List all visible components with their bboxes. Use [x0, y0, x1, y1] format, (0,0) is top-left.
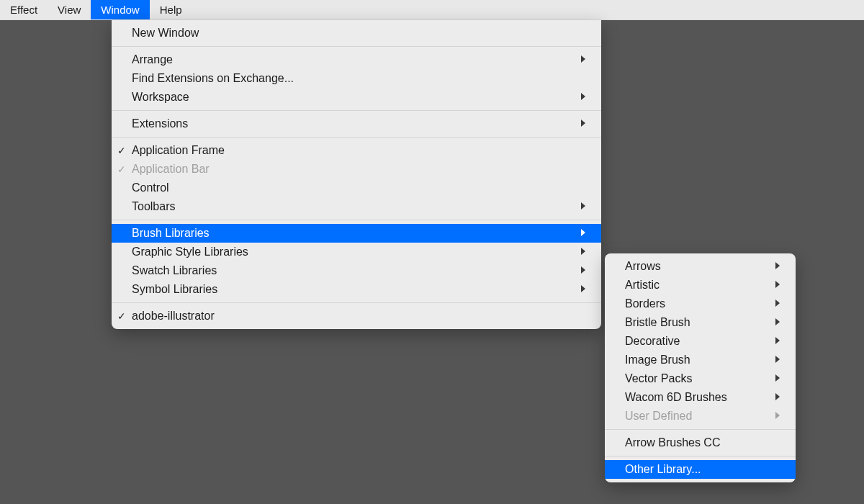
submenu-arrow-icon — [774, 260, 781, 273]
menubar-item-help[interactable]: Help — [150, 0, 192, 19]
menu-item-label: Arrows — [625, 260, 661, 273]
menu-item-label: Bristle Brush — [625, 316, 690, 329]
menu-item-label: Application Bar — [132, 163, 210, 176]
menu-separator — [605, 429, 796, 430]
checkmark-icon: ✓ — [117, 145, 126, 156]
menu-separator — [112, 46, 601, 47]
submenu-arrow-icon — [580, 200, 587, 213]
menubar-label: Window — [101, 4, 139, 16]
menu-item-label: User Defined — [625, 410, 692, 423]
submenu-arrow-icon — [774, 279, 781, 292]
submenu-arrow-icon — [774, 391, 781, 404]
menu-item-adobe-illustrator[interactable]: ✓ adobe-illustrator — [112, 307, 601, 325]
menu-item-label: Graphic Style Libraries — [132, 246, 248, 258]
submenu-arrow-icon — [580, 283, 587, 296]
submenu-arrow-icon — [580, 53, 587, 66]
submenu-item-arrow-brushes-cc[interactable]: Arrow Brushes CC — [605, 433, 796, 452]
menu-item-symbol-libraries[interactable]: Symbol Libraries — [112, 280, 601, 299]
menu-item-label: Other Library... — [625, 463, 701, 476]
menu-item-label: Arrange — [132, 53, 173, 66]
menubar-item-window[interactable]: Window — [91, 0, 149, 19]
submenu-item-artistic[interactable]: Artistic — [605, 276, 796, 294]
menu-item-label: Decorative — [625, 335, 680, 348]
menu-item-label: Workspace — [132, 91, 189, 104]
menu-item-label: Find Extensions on Exchange... — [132, 72, 294, 85]
submenu-item-vector-packs[interactable]: Vector Packs — [605, 369, 796, 388]
submenu-item-decorative[interactable]: Decorative — [605, 332, 796, 351]
menu-item-label: Extensions — [132, 117, 188, 130]
menu-item-label: Image Brush — [625, 354, 690, 366]
menu-item-label: Borders — [625, 297, 665, 310]
menu-item-extensions[interactable]: Extensions — [112, 114, 601, 133]
menubar-item-effect[interactable]: Effect — [0, 0, 48, 19]
menu-item-label: adobe-illustrator — [132, 310, 215, 323]
menu-item-application-frame[interactable]: ✓ Application Frame — [112, 141, 601, 160]
menubar-label: View — [58, 4, 81, 16]
menu-item-label: Brush Libraries — [132, 227, 210, 240]
submenu-item-arrows[interactable]: Arrows — [605, 257, 796, 276]
menu-item-label: Arrow Brushes CC — [625, 436, 720, 449]
submenu-arrow-icon — [774, 372, 781, 385]
menu-item-workspace[interactable]: Workspace — [112, 88, 601, 107]
menu-item-control[interactable]: Control — [112, 179, 601, 197]
submenu-item-borders[interactable]: Borders — [605, 294, 796, 313]
menu-separator — [112, 220, 601, 220]
submenu-arrow-icon — [774, 335, 781, 348]
menu-item-brush-libraries[interactable]: Brush Libraries — [112, 224, 601, 243]
submenu-arrow-icon — [774, 354, 781, 366]
menu-separator — [605, 456, 796, 456]
submenu-arrow-icon — [580, 246, 587, 258]
submenu-item-image-brush[interactable]: Image Brush — [605, 351, 796, 369]
submenu-arrow-icon — [774, 316, 781, 329]
menu-item-label: Toolbars — [132, 200, 175, 213]
checkmark-icon: ✓ — [117, 163, 126, 175]
submenu-arrow-icon — [580, 227, 587, 240]
menubar-item-view[interactable]: View — [48, 0, 91, 19]
menu-item-application-bar: ✓ Application Bar — [112, 160, 601, 179]
menubar: Effect View Window Help — [0, 0, 864, 20]
submenu-arrow-icon — [580, 91, 587, 104]
menu-separator — [112, 302, 601, 303]
brush-libraries-submenu: Arrows Artistic Borders Bristle Brush De… — [605, 253, 796, 482]
menu-item-arrange[interactable]: Arrange — [112, 50, 601, 69]
menu-item-label: Symbol Libraries — [132, 283, 217, 296]
checkmark-icon: ✓ — [117, 310, 126, 322]
submenu-arrow-icon — [580, 264, 587, 277]
menu-item-swatch-libraries[interactable]: Swatch Libraries — [112, 261, 601, 280]
menu-item-graphic-style-libraries[interactable]: Graphic Style Libraries — [112, 243, 601, 261]
menu-item-toolbars[interactable]: Toolbars — [112, 197, 601, 216]
menu-separator — [112, 110, 601, 111]
menu-item-label: Wacom 6D Brushes — [625, 391, 727, 404]
menu-item-label: Vector Packs — [625, 372, 692, 385]
menu-item-label: New Window — [132, 27, 199, 40]
submenu-arrow-icon — [580, 117, 587, 130]
submenu-item-wacom-6d-brushes[interactable]: Wacom 6D Brushes — [605, 388, 796, 407]
menubar-label: Help — [160, 4, 182, 16]
menu-item-find-extensions[interactable]: Find Extensions on Exchange... — [112, 69, 601, 88]
menu-item-label: Control — [132, 181, 169, 194]
menubar-label: Effect — [10, 4, 37, 16]
menu-separator — [112, 137, 601, 138]
menu-item-new-window[interactable]: New Window — [112, 24, 601, 42]
window-dropdown: New Window Arrange Find Extensions on Ex… — [112, 20, 601, 329]
submenu-arrow-icon — [774, 297, 781, 310]
submenu-arrow-icon — [774, 410, 781, 423]
menu-item-label: Artistic — [625, 279, 660, 292]
menu-item-label: Swatch Libraries — [132, 264, 217, 277]
submenu-item-bristle-brush[interactable]: Bristle Brush — [605, 313, 796, 332]
menu-item-label: Application Frame — [132, 144, 225, 157]
submenu-item-other-library[interactable]: Other Library... — [605, 460, 796, 479]
submenu-item-user-defined: User Defined — [605, 407, 796, 426]
